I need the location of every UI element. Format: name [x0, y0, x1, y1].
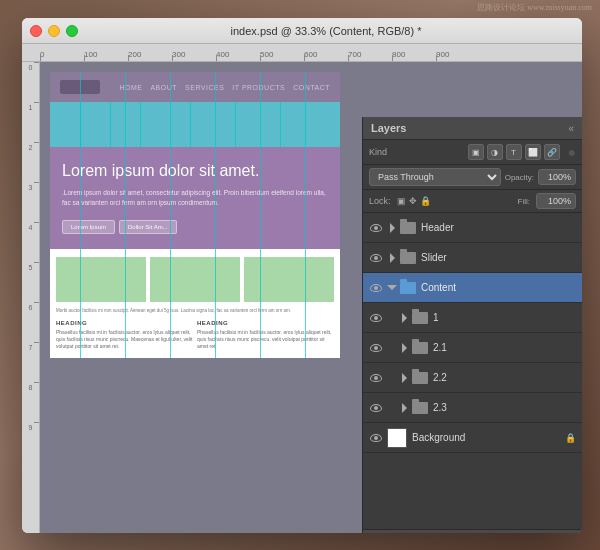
ruler-left-mark: 1 [22, 102, 39, 142]
ruler-left-mark: 8 [22, 382, 39, 422]
layer-name-2-3: 2.3 [433, 402, 576, 413]
ruler-left-mark: 3 [22, 182, 39, 222]
lock-pixels-icon[interactable]: ▣ [397, 196, 406, 206]
layer-item-slider[interactable]: Slider [363, 243, 582, 273]
layer-eye-2-2[interactable] [369, 371, 383, 385]
layer-eye-slider[interactable] [369, 251, 383, 265]
layer-name-1: 1 [433, 312, 576, 323]
folder-icon-2-2 [412, 372, 428, 384]
eye-icon [370, 224, 382, 232]
filter-row: Kind ▣ ◑ T ⬜ 🔗 ● [363, 140, 582, 165]
canvas-area: 0 100 200 300 400 500 600 700 800 900 0 … [22, 44, 582, 533]
ruler-marks: 0 100 200 300 400 500 600 700 800 900 [40, 44, 480, 61]
filter-icon-pixel[interactable]: ▣ [468, 144, 484, 160]
text-col-1: HEADING Phasellus facilisis mi in facili… [56, 320, 193, 350]
eye-icon [370, 314, 382, 322]
layer-expand-2-3[interactable] [399, 403, 409, 413]
text-col-2: HEADING Phasellus facilisis mi in facili… [197, 320, 334, 350]
layers-panel: Layers « Kind ▣ ◑ T ⬜ 🔗 ● [362, 117, 582, 533]
panel-title: Layers [371, 122, 406, 134]
expand-triangle-right [402, 403, 407, 413]
panel-footer: 🔗 fx ⊙ ◑ 📁 📄 🗑 [363, 529, 582, 533]
ruler-mark: 900 [436, 50, 480, 61]
filter-icon-type[interactable]: T [506, 144, 522, 160]
section-text: .Lorem ipsum dolor sit amet, consectetur… [62, 188, 328, 208]
heading-1: HEADING [56, 320, 193, 326]
eye-icon [370, 284, 382, 292]
layer-item-background[interactable]: Background 🔒 [363, 423, 582, 453]
layer-eye-content[interactable] [369, 281, 383, 295]
nav-link-contact: CONTACT [293, 84, 330, 91]
guide-line [280, 102, 281, 147]
lorem-ipsum-button[interactable]: Lorem Ipsum [62, 220, 115, 234]
layer-eye-1[interactable] [369, 311, 383, 325]
panel-header: Layers « [363, 117, 582, 140]
guide-line [80, 102, 81, 147]
ruler-mark: 0 [40, 50, 84, 61]
ruler-left-mark: 7 [22, 342, 39, 382]
filter-toggle[interactable]: ● [568, 144, 576, 160]
layer-expand-slider[interactable] [387, 253, 397, 263]
layer-item-2-2[interactable]: 2.2 [363, 363, 582, 393]
lock-label: Lock: [369, 196, 391, 206]
content-row: 0 1 2 3 4 5 6 7 8 9 HOME [22, 62, 582, 533]
nav-links: HOME ABOUT SERVICES IT PRODUCTS CONTACT [119, 84, 330, 91]
layer-item-1[interactable]: 1 [363, 303, 582, 333]
panel-collapse-button[interactable]: « [568, 123, 574, 134]
header-banner [50, 102, 340, 147]
fill-value[interactable]: 100% [536, 193, 576, 209]
ruler-mark: 200 [128, 50, 172, 61]
layers-list[interactable]: Header Slider [363, 213, 582, 529]
layer-name-slider: Slider [421, 252, 576, 263]
blend-mode-dropdown[interactable]: Pass Through Normal Multiply Screen [369, 168, 501, 186]
layer-item-2-3[interactable]: 2.3 [363, 393, 582, 423]
layer-eye-2-1[interactable] [369, 341, 383, 355]
filter-icon-smart[interactable]: 🔗 [544, 144, 560, 160]
layer-expand-content[interactable] [387, 283, 397, 293]
ruler-mark: 500 [260, 50, 304, 61]
section-buttons: Lorem Ipsum Dollor Sit Am... [62, 220, 328, 234]
layer-expand-1[interactable] [399, 313, 409, 323]
layer-expand-header[interactable] [387, 223, 397, 233]
layer-eye-2-3[interactable] [369, 401, 383, 415]
layer-item-2-1[interactable]: 2.1 [363, 333, 582, 363]
lock-icons: ▣ ✥ 🔒 [397, 196, 431, 206]
body-text-1: Phasellus facilisis mi in facilisis auct… [56, 329, 193, 350]
ruler-mark: 400 [216, 50, 260, 61]
layer-item-content[interactable]: Content [363, 273, 582, 303]
filter-icon-shape[interactable]: ⬜ [525, 144, 541, 160]
green-boxes [56, 257, 334, 302]
ruler-left-mark: 4 [22, 222, 39, 262]
nav-link-home: HOME [119, 84, 142, 91]
layer-item-header[interactable]: Header [363, 213, 582, 243]
folder-icon-content [400, 282, 416, 294]
guide-line [110, 102, 111, 147]
title-bar: index.psd @ 33.3% (Content, RGB/8) * [22, 18, 582, 44]
layer-eye-header[interactable] [369, 221, 383, 235]
window-title: index.psd @ 33.3% (Content, RGB/8) * [78, 25, 574, 37]
expand-triangle-right [402, 313, 407, 323]
lock-row: Lock: ▣ ✥ 🔒 Fill: 100% [363, 190, 582, 213]
ruler-left-mark: 9 [22, 422, 39, 462]
layer-name-2-1: 2.1 [433, 342, 576, 353]
expand-triangle-right [390, 223, 395, 233]
opacity-label: Opacity: [505, 173, 534, 182]
filter-icon-adjust[interactable]: ◑ [487, 144, 503, 160]
close-button[interactable] [30, 25, 42, 37]
dolor-sit-button[interactable]: Dollor Sit Am... [119, 220, 177, 234]
expand-triangle-right [402, 343, 407, 353]
ruler-left-mark: 2 [22, 142, 39, 182]
nav-link-about: ABOUT [150, 84, 177, 91]
main-canvas[interactable]: HOME ABOUT SERVICES IT PRODUCTS CONTACT [40, 62, 582, 533]
section-title: Lorem ipsum dolor sit amet. [62, 162, 328, 180]
layer-expand-2-2[interactable] [399, 373, 409, 383]
minimize-button[interactable] [48, 25, 60, 37]
layer-eye-background[interactable] [369, 431, 383, 445]
eye-icon [370, 434, 382, 442]
lock-all-icon[interactable]: 🔒 [420, 196, 431, 206]
lock-position-icon[interactable]: ✥ [409, 196, 417, 206]
ruler-left-mark: 0 [22, 62, 39, 102]
layer-expand-2-1[interactable] [399, 343, 409, 353]
opacity-value[interactable]: 100% [538, 169, 576, 185]
maximize-button[interactable] [66, 25, 78, 37]
